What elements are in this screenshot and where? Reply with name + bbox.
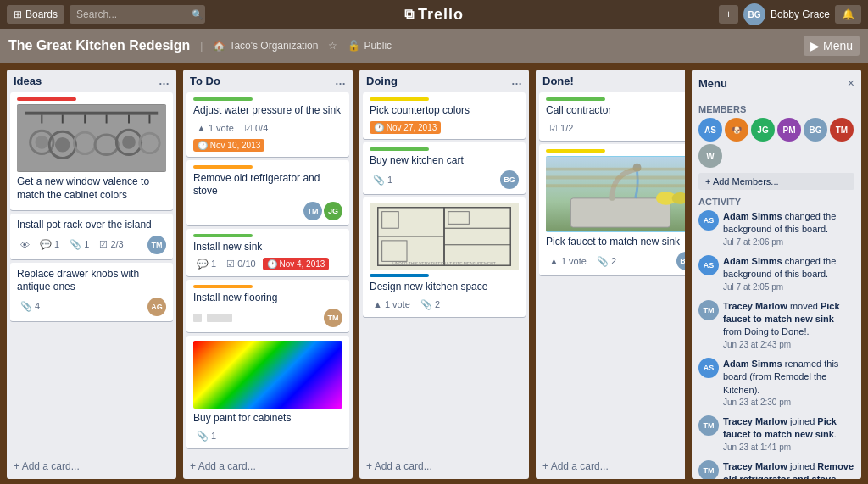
list-header-done: Done! … [536, 70, 685, 92]
divider: | [200, 40, 203, 52]
card-badges: 📎 4 AG [17, 298, 166, 316]
check-badge: ☑ 2/3 [96, 237, 126, 252]
check-badge: ☑ 0/10 [223, 257, 259, 271]
card-flooring[interactable]: Install new flooring TM [186, 280, 349, 332]
card-title: Buy paint for cabinets [193, 412, 342, 426]
menu-close-button[interactable]: × [848, 76, 854, 90]
list-cards-doing: Pick countertop colors 🕐 Nov 27, 2013 Bu… [359, 92, 529, 453]
app-header: ⊞ Boards 🔍 ⧉ Trello + BG Bobby Grace 🔔 [0, 0, 868, 29]
list-title-ideas: Ideas [14, 75, 42, 87]
list-title-done: Done! [542, 75, 574, 87]
member-as[interactable]: AS [698, 118, 722, 142]
card-call-contractor[interactable]: Call contractor ☑ 1/2 [539, 92, 685, 141]
card-title: Call contractor [546, 104, 685, 118]
check-badge: ☑ 0/4 [241, 121, 271, 136]
lists-container: Ideas … [7, 70, 685, 479]
card-title: Remove old refrigerator and stove [193, 172, 342, 198]
notification-button[interactable]: 🔔 [835, 5, 861, 24]
card-countertop-colors[interactable]: Pick countertop colors 🕐 Nov 27, 2013 [363, 92, 526, 139]
activity-item-6: TM Tracey Marlow joined Remove old refri… [698, 460, 854, 479]
svg-point-4 [36, 136, 49, 149]
activity-item-2: AS Adam Simms changed the background of … [698, 255, 854, 293]
member-avatar: BG [676, 252, 685, 270]
list-ideas: Ideas … [7, 70, 176, 479]
card-install-sink[interactable]: Install new sink 💬 1 ☑ 0/10 🕐 Nov 4, 201… [186, 229, 349, 277]
board-visibility: 🔓 Public [348, 40, 392, 52]
date-badge: 🕐 Nov 4, 2013 [263, 258, 330, 270]
list-title-todo: To Do [190, 75, 220, 87]
member-7[interactable]: W [698, 144, 722, 168]
board-title: The Great Kitchen Redesign [8, 38, 190, 53]
list-cards-ideas: Get a new window valence to match the ca… [7, 92, 176, 453]
members-row: AS 🐶 JG PM BG TM W [698, 118, 854, 168]
attach-badge: 📎 2 [593, 254, 620, 269]
card-title: Get a new window valence to match the ca… [17, 175, 166, 202]
add-button[interactable]: + [719, 5, 738, 24]
members-section: Members AS 🐶 JG PM BG TM W + Add Members… [698, 104, 854, 190]
member-2[interactable]: 🐶 [725, 118, 748, 142]
vote-badge: ▲ 1 vote [193, 121, 237, 135]
card-pick-faucet[interactable]: Pick faucet to match new sink ▲ 1 vote 📎… [539, 144, 685, 276]
header-right: + BG Bobby Grace 🔔 [719, 3, 861, 25]
card-badges: TM JG [193, 202, 342, 220]
card-water-pressure[interactable]: Adjust water pressure of the sink ▲ 1 vo… [186, 92, 349, 157]
card-title: Pick faucet to match new sink [546, 236, 685, 249]
comment-badge: 💬 1 [36, 237, 63, 252]
attach-badge: 📎 1 [370, 173, 396, 187]
card-drawer-knobs[interactable]: Replace drawer knobs with antique ones 📎… [10, 263, 173, 321]
card-window-valence[interactable]: Get a new window valence to match the ca… [10, 92, 173, 210]
user-name: Bobby Grace [771, 8, 830, 20]
activity-avatar: TM [698, 415, 719, 436]
boards-button[interactable]: ⊞ Boards [7, 5, 64, 24]
card-kitchen-cart[interactable]: Buy new kitchen cart 📎 1 BG [363, 142, 526, 195]
add-card-doing[interactable]: + Add a card... [359, 457, 529, 476]
avatar[interactable]: BG [743, 3, 765, 25]
list-cards-todo: Adjust water pressure of the sink ▲ 1 vo… [183, 92, 353, 453]
add-card-ideas[interactable]: + Add a card... [7, 457, 176, 476]
card-title: Pick countertop colors [370, 104, 519, 118]
org-icon: 🏠 [213, 40, 225, 52]
board-area: Ideas … [0, 63, 868, 484]
activity-label: Activity [698, 197, 854, 207]
card-badges: 📎 1 BG [370, 170, 519, 189]
card-title: Adjust water pressure of the sink [193, 104, 342, 118]
activity-item-5: TM Tracey Marlow joined Pick faucet to m… [698, 415, 854, 453]
list-header-doing: Doing … [359, 70, 529, 92]
list-menu-icon[interactable]: … [335, 75, 346, 87]
list-menu-icon[interactable]: … [511, 75, 522, 87]
add-card-done[interactable]: + Add a card... [536, 457, 685, 476]
svg-text:UNDER THIS VERY DIFFICULT SITE: UNDER THIS VERY DIFFICULT SITE MEASUREME… [392, 262, 495, 266]
list-header-ideas: Ideas … [7, 70, 176, 92]
member-avatar: TM [324, 309, 342, 327]
svg-rect-28 [570, 197, 670, 226]
list-menu-icon[interactable]: … [159, 75, 170, 87]
member-4[interactable]: PM [777, 118, 801, 142]
toggle-menu-button[interactable]: ▶ Menu [804, 36, 860, 56]
card-fridge-stove[interactable]: Remove old refrigerator and stove TM JG [186, 160, 349, 225]
list-done: Done! … Call contractor ☑ 1/2 [536, 70, 685, 479]
public-icon: 🔓 [348, 40, 360, 52]
member-6[interactable]: TM [830, 118, 854, 142]
activity-avatar: AS [698, 210, 719, 231]
card-title: Buy new kitchen cart [370, 154, 519, 168]
card-design-kitchen[interactable]: UNDER THIS VERY DIFFICULT SITE MEASUREME… [363, 197, 526, 317]
add-card-todo[interactable]: + Add a card... [183, 457, 353, 476]
list-todo: To Do … Adjust water pressure of the sin… [183, 70, 353, 479]
member-avatar: TM [147, 236, 166, 254]
member-avatar-tm: TM [303, 202, 322, 220]
card-title: Install new flooring [193, 292, 342, 305]
card-paint-cabinets[interactable]: Buy paint for cabinets 📎 1 [186, 336, 349, 448]
add-icon: + [705, 176, 713, 186]
board-org: 🏠 Taco's Organization [213, 40, 318, 52]
add-members-button[interactable]: + Add Members... [698, 173, 854, 190]
search-input[interactable] [70, 5, 205, 24]
date-badge: 🕐 Nov 10, 2013 [193, 139, 264, 152]
swatch-cover [193, 341, 342, 409]
star-icon[interactable]: ☆ [328, 40, 337, 52]
svg-point-7 [55, 137, 70, 153]
card-pot-rack[interactable]: Install pot rack over the island 👁 💬 1 📎… [10, 214, 173, 259]
member-3[interactable]: JG [751, 118, 775, 142]
activity-item-3: TM Tracey Marlow moved Pick faucet to ma… [698, 300, 854, 351]
card-badges: 🕐 Nov 27, 2013 [370, 121, 519, 134]
member-5[interactable]: BG [804, 118, 827, 142]
